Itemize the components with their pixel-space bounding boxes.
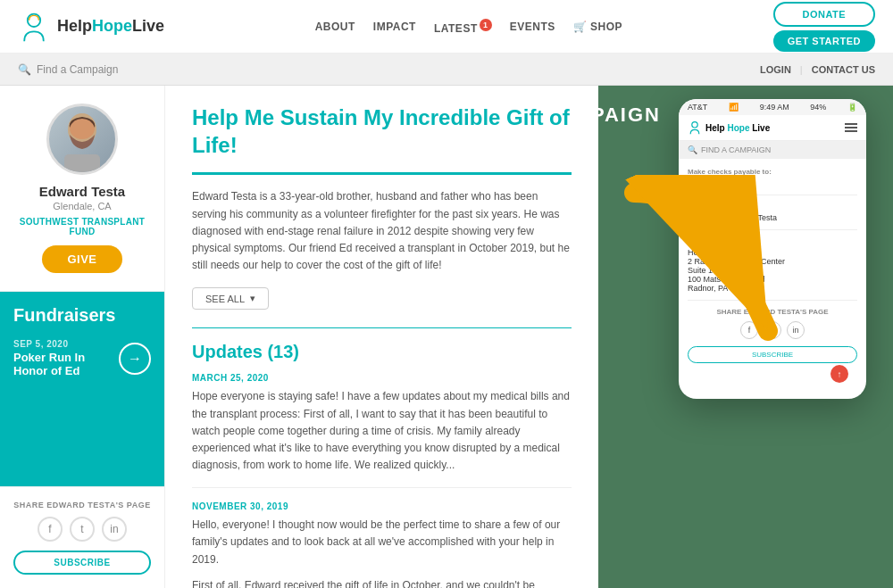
facebook-icon[interactable]: f xyxy=(38,517,63,542)
avatar-image xyxy=(55,110,109,172)
big-arrow xyxy=(616,175,795,353)
give-button[interactable]: GIVE xyxy=(42,245,121,273)
avatar xyxy=(46,104,118,175)
nav-events[interactable]: EVENTS xyxy=(510,21,555,33)
twitter-icon[interactable]: t xyxy=(70,517,95,542)
phone-logo: Help Hope Live xyxy=(688,120,770,135)
subscribe-button[interactable]: SUBSCRIBE xyxy=(13,551,151,575)
profile-location: Glendale, CA xyxy=(53,201,111,211)
see-all-button[interactable]: SEE ALL ▾ xyxy=(192,287,269,310)
chevron-down-icon: ▾ xyxy=(250,293,255,304)
profile-name: Edward Testa xyxy=(39,184,125,199)
fundraisers-title: Fundraisers xyxy=(13,305,151,326)
update2-body: Hello, everyone! I thought now would be … xyxy=(192,517,572,568)
logo: HelpHopeLive xyxy=(18,11,164,43)
phone-logo-icon xyxy=(688,120,702,135)
hamburger-menu[interactable] xyxy=(845,123,857,132)
sidebar: Edward Testa Glendale, CA SOUTHWEST TRAN… xyxy=(0,86,165,588)
phone-wifi-icon: 📶 xyxy=(729,103,739,112)
get-started-button[interactable]: GET STARTED xyxy=(773,30,875,52)
update1-date: MARCH 25, 2020 xyxy=(192,373,572,383)
search-left: 🔍 Find a Campaign xyxy=(18,63,118,76)
fundraiser-arrow[interactable]: → xyxy=(119,343,151,375)
update2-date: NOVEMBER 30, 2019 xyxy=(192,501,572,511)
divider: | xyxy=(800,64,803,75)
svg-point-5 xyxy=(692,122,697,128)
fundraiser-info: SEP 5, 2020 Poker Run In Honor of Ed xyxy=(13,339,110,377)
phone-battery: 94% xyxy=(810,103,826,112)
right-panel: CAMPAIGN AT&T 📶 9:49 AM 94% 🔋 xyxy=(598,86,893,588)
search-bar: 🔍 Find a Campaign LOGIN | CONTACT US xyxy=(0,54,893,86)
linkedin-icon[interactable]: in xyxy=(102,517,127,542)
search-placeholder[interactable]: Find a Campaign xyxy=(37,63,118,76)
nav-impact[interactable]: IMPACT xyxy=(373,21,416,33)
campaign-label: CAMPAIGN xyxy=(598,104,661,127)
article-section: Help Me Sustain My Incredible Gift of Li… xyxy=(165,86,598,588)
login-link[interactable]: LOGIN xyxy=(760,64,791,75)
phone-search-icon: 🔍 xyxy=(688,145,697,154)
fundraiser-date: SEP 5, 2020 xyxy=(13,339,110,349)
share-section: SHARE EDWARD TESTA'S PAGE f t in SUBSCRI… xyxy=(0,486,164,588)
phone-time: 9:49 AM xyxy=(760,103,789,112)
article-body: Edward Testa is a 33-year-old brother, h… xyxy=(192,188,572,274)
logo-icon xyxy=(18,11,50,43)
phone-scroll-top-button[interactable]: ↑ xyxy=(830,365,848,383)
donate-button[interactable]: DONATE xyxy=(773,2,875,27)
update1-body: Hope everyone is staying safe! I have a … xyxy=(192,388,572,488)
svg-rect-3 xyxy=(64,154,100,172)
phone-battery-icon: 🔋 xyxy=(847,103,857,112)
nav-shop[interactable]: 🛒 SHOP xyxy=(573,21,622,33)
main-nav: ABOUT IMPACT LATEST1 EVENTS 🛒 SHOP xyxy=(315,19,622,35)
logo-text: HelpHopeLive xyxy=(57,17,164,36)
nav-about[interactable]: ABOUT xyxy=(315,21,355,33)
main-content: Edward Testa Glendale, CA SOUTHWEST TRAN… xyxy=(0,86,893,588)
header-buttons: DONATE GET STARTED xyxy=(773,2,875,52)
update2-body2: First of all, Edward received the gift o… xyxy=(192,577,572,588)
fundraisers-section: Fundraisers SEP 5, 2020 Poker Run In Hon… xyxy=(0,292,164,486)
updates-title: Updates (13) xyxy=(192,342,572,362)
fundraiser-name: Poker Run In Honor of Ed xyxy=(13,351,110,377)
phone-search[interactable]: 🔍 FIND A CAMPAIGN xyxy=(679,141,866,159)
phone-carrier: AT&T xyxy=(688,103,707,112)
fundraiser-item: SEP 5, 2020 Poker Run In Honor of Ed → xyxy=(13,339,151,377)
phone-status-bar: AT&T 📶 9:49 AM 94% 🔋 xyxy=(679,99,866,115)
nav-latest[interactable]: LATEST1 xyxy=(434,19,492,35)
social-icons: f t in xyxy=(13,517,151,542)
contact-us-link[interactable]: CONTACT US xyxy=(812,64,875,75)
phone-header: Help Hope Live xyxy=(679,115,866,141)
share-title: SHARE EDWARD TESTA'S PAGE xyxy=(13,501,151,509)
article-title: Help Me Sustain My Incredible Gift of Li… xyxy=(192,104,572,175)
search-icon: 🔍 xyxy=(18,63,31,76)
latest-badge: 1 xyxy=(480,19,492,31)
profile-fund: SOUTHWEST TRANSPLANT FUND xyxy=(13,217,151,236)
profile-section: Edward Testa Glendale, CA SOUTHWEST TRAN… xyxy=(0,86,164,292)
header: HelpHopeLive ABOUT IMPACT LATEST1 EVENTS… xyxy=(0,0,893,54)
updates-section: Updates (13) MARCH 25, 2020 Hope everyon… xyxy=(192,327,572,588)
search-right: LOGIN | CONTACT US xyxy=(760,64,875,75)
